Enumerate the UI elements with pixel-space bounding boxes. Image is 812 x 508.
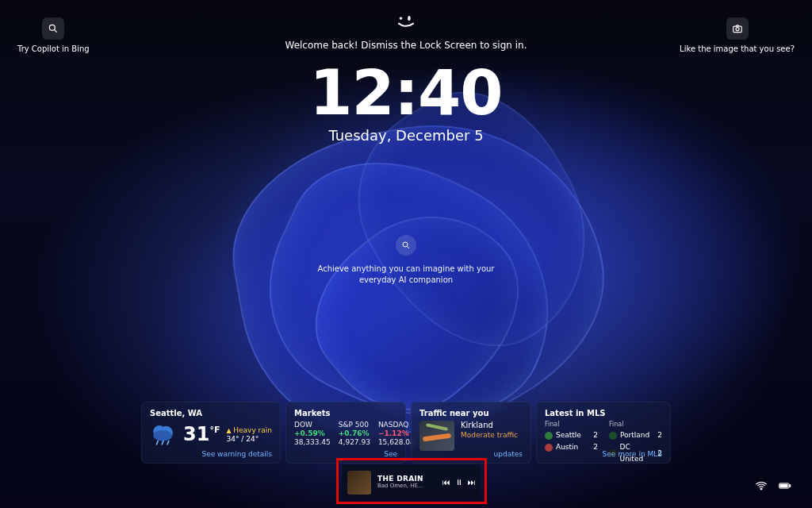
- time-text: 12:40: [0, 62, 812, 124]
- play-pause-button[interactable]: ⏸: [455, 478, 463, 487]
- team-name: Seattle: [556, 429, 581, 441]
- market-col: S&P 500 +0.76% 4,927.93: [339, 421, 370, 446]
- market-name: S&P 500: [339, 421, 370, 429]
- market-change: +0.76%: [339, 429, 370, 437]
- windows-hello-icon: [396, 14, 416, 32]
- track-artist: Bad Omen, HEALTH, S…: [377, 483, 425, 490]
- traffic-title: Traffic near you: [419, 409, 523, 418]
- markets-card[interactable]: Markets DOW +0.59% 38,333.45S&P 500 +0.7…: [285, 402, 406, 464]
- team-badge-icon: [609, 432, 617, 440]
- previous-button[interactable]: ⏮: [442, 478, 450, 487]
- mls-row: Austin2: [545, 441, 598, 453]
- track-title: THE DRAIN: [377, 475, 425, 483]
- traffic-status: Moderate traffic: [461, 431, 518, 439]
- media-player[interactable]: THE DRAIN Bad Omen, HEALTH, S… ⏮ ⏸ ⏭: [343, 464, 481, 500]
- market-col: NASDAQ −1.12% 15,628.04: [378, 421, 415, 446]
- team-badge-icon: [545, 444, 553, 452]
- mls-col: FinalSeattle2Austin2: [545, 421, 598, 465]
- copilot-tagline: Achieve anything you can imagine with yo…: [318, 264, 495, 286]
- mls-title: Latest in MLS: [545, 409, 662, 418]
- next-button[interactable]: ⏭: [468, 478, 476, 487]
- traffic-location: Kirkland: [461, 421, 518, 429]
- svg-point-4: [400, 17, 402, 20]
- mls-col: FinalPortland2DC United2: [609, 421, 662, 465]
- widget-row: Seattle, WA 31 °F Heavy rain 34° / 24° S…: [141, 402, 671, 464]
- weather-hilo: 34° / 24°: [227, 435, 272, 443]
- mls-row: Portland2: [609, 429, 662, 441]
- wifi-icon[interactable]: [755, 481, 768, 491]
- team-score: 2: [657, 429, 662, 441]
- lock-clock: 12:40 Tuesday, December 5: [0, 62, 812, 144]
- weather-card[interactable]: Seattle, WA 31 °F Heavy rain 34° / 24° S…: [141, 402, 281, 464]
- market-col: DOW +0.59% 38,333.45: [294, 421, 331, 446]
- weather-unit: °F: [209, 425, 220, 435]
- svg-rect-14: [780, 484, 787, 487]
- traffic-link[interactable]: updates: [494, 450, 523, 458]
- market-value: 4,927.93: [339, 438, 370, 446]
- mls-col-head: Final: [609, 421, 662, 428]
- weather-temp: 31: [183, 423, 209, 445]
- traffic-card[interactable]: Traffic near you Kirkland Moderate traff…: [411, 402, 531, 464]
- mls-link[interactable]: See more in MLS: [603, 450, 662, 458]
- market-change: −1.12%: [378, 429, 415, 437]
- copilot-search-button[interactable]: [396, 235, 416, 256]
- svg-rect-13: [790, 485, 791, 487]
- welcome-text: Welcome back! Dismiss the Lock Screen to…: [285, 40, 527, 51]
- market-name: DOW: [294, 421, 331, 429]
- team-name: Austin: [556, 441, 578, 453]
- market-change: +0.59%: [294, 429, 331, 437]
- market-value: 15,628.04: [378, 438, 415, 446]
- rain-icon: [150, 421, 177, 448]
- team-name: Portland: [620, 429, 649, 441]
- markets-link[interactable]: See: [384, 450, 397, 458]
- mls-col-head: Final: [545, 421, 598, 428]
- svg-point-6: [403, 242, 408, 247]
- traffic-map-thumbnail: [419, 421, 454, 451]
- weather-alert: Heavy rain: [227, 426, 272, 434]
- market-value: 38,333.45: [294, 438, 331, 446]
- market-name: NASDAQ: [378, 421, 415, 429]
- battery-icon[interactable]: [779, 481, 791, 491]
- date-text: Tuesday, December 5: [0, 127, 812, 144]
- mls-row: Seattle2: [545, 429, 598, 441]
- album-art: [347, 471, 371, 495]
- svg-point-10: [153, 430, 172, 441]
- svg-point-11: [760, 488, 762, 490]
- search-icon: [401, 241, 411, 250]
- weather-location: Seattle, WA: [150, 409, 272, 418]
- svg-rect-5: [408, 17, 411, 21]
- markets-title: Markets: [294, 409, 397, 418]
- team-score: 2: [593, 429, 598, 441]
- team-badge-icon: [545, 432, 553, 440]
- svg-line-7: [408, 247, 410, 249]
- mls-card[interactable]: Latest in MLS FinalSeattle2Austin2FinalP…: [536, 402, 671, 464]
- weather-link[interactable]: See warning details: [201, 450, 272, 458]
- team-score: 2: [593, 441, 598, 453]
